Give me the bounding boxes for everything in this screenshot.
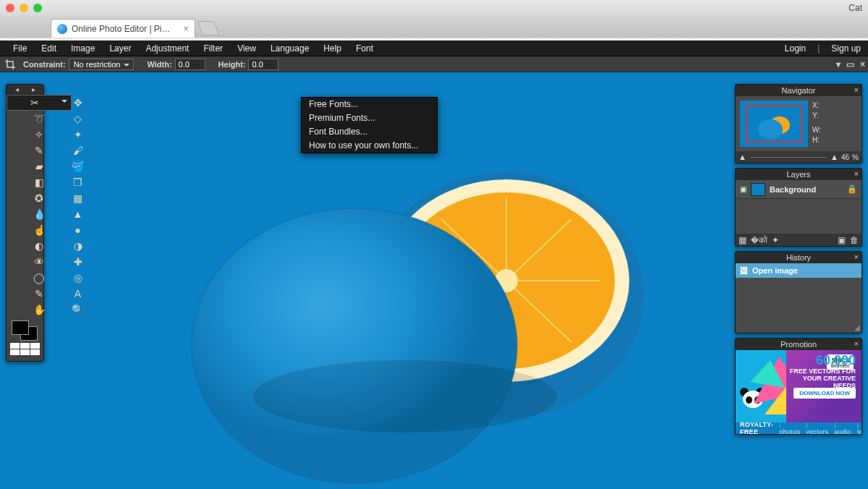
navigator-viewport[interactable]	[746, 105, 802, 143]
swatch-presets[interactable]	[10, 343, 40, 355]
tool-brush[interactable]: 🖌	[72, 143, 84, 158]
browser-tab[interactable]: Online Photo Editor | Pixlr Edi… ×	[51, 19, 195, 38]
font-menu-premium[interactable]: Premium Fonts...	[302, 111, 437, 125]
panel-resize-icon[interactable]: ◢	[854, 323, 860, 331]
tool-wand[interactable]: ✧	[7, 127, 72, 143]
layer-lock-icon[interactable]: 🔒	[847, 184, 857, 194]
promotion-title: Promotion	[780, 340, 817, 349]
promotion-footer[interactable]: ROYALTY-FREE photos vectors audio templa…	[736, 422, 861, 434]
tool-picker[interactable]: ✎	[7, 286, 72, 302]
tool-lasso-poly[interactable]: ◇	[72, 111, 84, 127]
panel-close-icon[interactable]: ×	[854, 169, 859, 178]
promo-bar-lead: ROYALTY-FREE	[740, 421, 773, 435]
font-menu-free[interactable]: Free Fonts...	[302, 98, 437, 111]
tool-palette-header[interactable]: ◂ ▸	[7, 85, 43, 95]
tool-dodge[interactable]: ◐	[7, 238, 72, 254]
panel-close-icon[interactable]: ×	[854, 339, 859, 348]
traffic-light-minimize-icon[interactable]	[20, 4, 28, 12]
tool-crop[interactable]: ✂	[7, 95, 72, 111]
constraint-label: Constraint:	[23, 60, 66, 69]
color-swatches	[7, 318, 43, 357]
layer-fx-icon[interactable]: ✦	[772, 235, 779, 245]
layers-title: Layers	[786, 170, 810, 179]
history-row[interactable]: 🖼 Open image	[736, 263, 861, 278]
zoom-in-icon[interactable]: ▲	[830, 153, 838, 161]
layer-dup-icon[interactable]: ▣	[838, 235, 846, 245]
promo-headline-text: FREE VECTORS FORYOUR CREATIVE NEEDS	[786, 367, 856, 389]
tool-burn[interactable]: ◑	[72, 238, 84, 254]
promotion-ad[interactable]: stockunlimited 60,000 FREE VECTORS FORYO…	[736, 350, 861, 422]
tool-eraser[interactable]: ▰	[7, 158, 72, 174]
tool-pencil[interactable]: ✎	[7, 143, 72, 158]
tool-move[interactable]: ✥	[72, 95, 84, 111]
promo-cta-button[interactable]: DOWNLOAD NOW	[793, 388, 856, 399]
menu-file[interactable]: File	[6, 41, 34, 56]
font-menu-bundles[interactable]: Font Bundles...	[302, 125, 437, 139]
menu-layer[interactable]: Layer	[102, 41, 138, 56]
menu-adjustment[interactable]: Adjustment	[138, 41, 196, 56]
navigator-info: X: Y: W: H:	[812, 101, 821, 147]
height-input[interactable]: 0.0	[248, 59, 278, 70]
tool-stamp[interactable]: ✪	[7, 190, 72, 206]
menu-filter[interactable]: Filter	[196, 41, 230, 56]
tool-spot-heal[interactable]: ✚	[72, 254, 84, 270]
opt-min-icon[interactable]: ▾	[836, 59, 841, 69]
layer-row[interactable]: ▣ Background 🔒	[736, 180, 861, 199]
tool-smudge[interactable]: ☝	[7, 222, 72, 238]
navigator-panel[interactable]: Navigator× X: Y: W: H: ▲ ▲ 46	[735, 84, 862, 163]
menu-help[interactable]: Help	[316, 41, 349, 56]
new-tab-button[interactable]	[197, 21, 219, 35]
svg-point-10	[192, 208, 517, 483]
tool-sponge[interactable]: ●	[72, 222, 84, 238]
zoom-slider[interactable]	[749, 156, 827, 158]
signup-link[interactable]: Sign up	[824, 41, 862, 56]
menu-font[interactable]: Font	[349, 41, 380, 56]
navigator-thumbnail[interactable]	[740, 101, 808, 147]
height-label: Height:	[218, 60, 246, 69]
history-panel[interactable]: History× 🖼 Open image ◢	[735, 251, 862, 333]
font-menu-howto[interactable]: How to use your own fonts...	[302, 139, 437, 153]
chrome-profile-label[interactable]: Cat	[848, 3, 862, 13]
tool-gradient[interactable]: ◧	[7, 174, 72, 190]
tool-redeye[interactable]: 👁	[7, 254, 72, 270]
zoom-out-icon[interactable]: ▲	[739, 153, 746, 161]
palette-next-icon[interactable]: ▸	[32, 85, 35, 93]
width-input[interactable]: 0.0	[175, 59, 205, 70]
layer-trash-icon[interactable]: 🗑	[850, 235, 859, 245]
layer-new-icon[interactable]: ▦	[739, 235, 746, 245]
tab-close-icon[interactable]: ×	[183, 23, 189, 34]
tool-hand[interactable]: ✋	[7, 302, 72, 318]
constraint-select[interactable]: No restriction	[69, 59, 135, 70]
layers-panel[interactable]: Layers× ▣ Background 🔒 ▦ �को ✦ ▣ 🗑	[735, 168, 862, 247]
promo-headline-number: 60,000	[816, 353, 856, 368]
menu-image[interactable]: Image	[64, 41, 102, 56]
tool-lasso[interactable]: ➰	[7, 111, 72, 127]
layer-mask-icon[interactable]: �को	[751, 235, 767, 245]
tool-paint-bucket[interactable]: 🪣	[72, 158, 84, 174]
login-link[interactable]: Login	[778, 41, 813, 56]
tool-pinch[interactable]: ◎	[72, 270, 84, 286]
traffic-light-close-icon[interactable]	[6, 4, 14, 12]
panel-close-icon[interactable]: ×	[854, 252, 859, 261]
tool-palette[interactable]: ◂ ▸ ✂✥➰◇✧✦✎🖌▰🪣◧❐✪▦💧▲☝●◐◑👁✚◯◎✎A✋🔍	[6, 84, 44, 362]
tool-blur[interactable]: 💧	[7, 206, 72, 222]
layer-thumbnail	[751, 183, 765, 196]
panel-close-icon[interactable]: ×	[854, 85, 859, 94]
menu-language[interactable]: Language	[263, 41, 316, 56]
tool-bloat[interactable]: ◯	[7, 270, 72, 286]
menu-edit[interactable]: Edit	[34, 41, 64, 56]
tool-type[interactable]: A	[72, 286, 84, 302]
opt-restore-icon[interactable]: ▭	[846, 59, 854, 69]
menu-view[interactable]: View	[230, 41, 263, 56]
palette-prev-icon[interactable]: ◂	[15, 85, 19, 93]
layer-visibility-icon[interactable]: ▣	[740, 185, 746, 193]
opt-close-icon[interactable]: ×	[860, 59, 865, 69]
foreground-swatch[interactable]	[12, 320, 29, 335]
tool-zoom[interactable]: 🔍	[72, 302, 84, 318]
tool-clone[interactable]: ❐	[72, 174, 84, 190]
tool-wand2[interactable]: ✦	[72, 127, 84, 143]
traffic-light-zoom-icon[interactable]	[33, 4, 42, 12]
tool-pattern[interactable]: ▦	[72, 190, 84, 206]
tool-sharpen[interactable]: ▲	[72, 206, 84, 222]
crop-tool-icon	[4, 59, 16, 70]
